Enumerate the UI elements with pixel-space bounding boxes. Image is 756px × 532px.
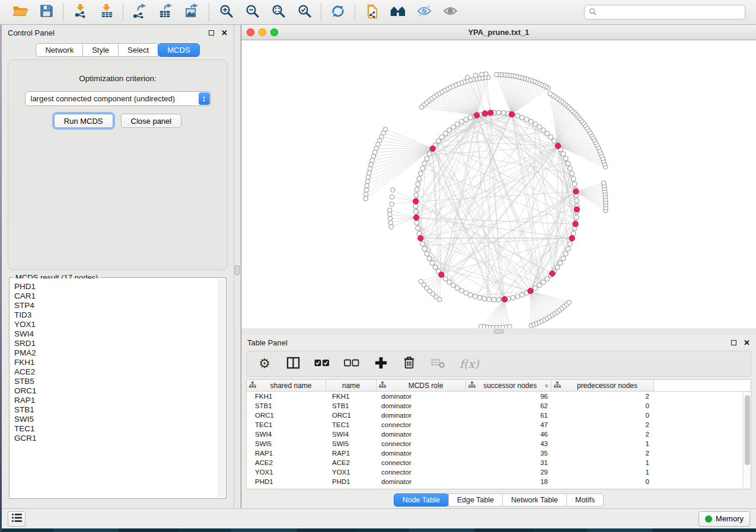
result-list-item[interactable]: STB5 (14, 377, 218, 386)
graph-node[interactable] (548, 134, 553, 139)
column-display-button[interactable] (286, 356, 300, 371)
horizontal-splitter[interactable] (241, 328, 756, 335)
graph-node[interactable] (494, 72, 499, 77)
graph-node[interactable] (414, 220, 419, 225)
result-list-item[interactable]: PMA2 (14, 348, 218, 358)
graph-node[interactable] (533, 122, 538, 127)
criterion-select[interactable]: largest connected component (undirected)… (25, 91, 211, 106)
graph-node[interactable] (569, 171, 574, 176)
graph-node[interactable] (388, 220, 393, 225)
tab-style[interactable]: Style (82, 43, 119, 57)
graph-node[interactable] (430, 261, 435, 265)
import-table-button[interactable] (98, 4, 114, 21)
graph-node[interactable] (417, 177, 422, 181)
tab-node-table[interactable]: Node Table (394, 493, 449, 507)
graph-node[interactable] (477, 296, 482, 300)
graph-node[interactable] (473, 73, 478, 78)
table-scrollbar[interactable] (743, 392, 751, 489)
result-list-item[interactable]: CAR1 (14, 291, 218, 301)
result-list-item[interactable]: GCR1 (14, 434, 218, 443)
graph-node[interactable] (365, 184, 369, 188)
graph-node[interactable] (563, 251, 568, 256)
result-list-scrollbar[interactable] (218, 278, 225, 498)
graph-node[interactable] (365, 179, 370, 184)
graph-node[interactable] (537, 283, 542, 288)
result-list-item[interactable]: SWI5 (14, 415, 218, 424)
graph-node[interactable] (413, 204, 418, 209)
graph-node[interactable] (567, 300, 572, 305)
close-table-panel-icon[interactable]: ✕ (744, 339, 750, 347)
graph-node[interactable] (574, 215, 579, 220)
graph-node[interactable] (567, 166, 572, 171)
table-row[interactable]: RAP1RAP1dominator352 (247, 448, 743, 458)
export-table-button[interactable] (158, 4, 174, 21)
graph-hub-node[interactable] (413, 198, 419, 204)
delete-column-button[interactable] (402, 356, 416, 371)
result-list-item[interactable]: ACE2 (14, 367, 218, 377)
deselect-all-button[interactable] (344, 356, 359, 371)
graph-node[interactable] (464, 290, 468, 295)
result-list-item[interactable]: STB1 (14, 405, 218, 415)
table-row[interactable]: SWI4SWI4dominator462 (247, 430, 743, 439)
graph-node[interactable] (468, 115, 473, 120)
graph-node[interactable] (427, 152, 432, 156)
table-row[interactable]: SWI5SWI5connector431 (247, 439, 743, 448)
graph-node[interactable] (391, 188, 395, 193)
sort-desc-icon[interactable]: ∨ (544, 383, 548, 389)
tab-motifs[interactable]: Motifs (566, 493, 604, 507)
graph-node[interactable] (416, 226, 420, 230)
result-list-item[interactable]: RAP1 (14, 396, 218, 405)
graph-node[interactable] (552, 139, 557, 143)
graph-node[interactable] (455, 286, 460, 290)
graph-node[interactable] (541, 128, 546, 133)
graph-node[interactable] (390, 202, 394, 207)
column-header-name[interactable]: name (326, 380, 377, 392)
float-panel-icon[interactable] (209, 30, 214, 36)
open-session-button[interactable] (12, 4, 28, 21)
graph-node[interactable] (389, 225, 394, 229)
graph-node[interactable] (473, 294, 477, 299)
graph-node[interactable] (419, 105, 424, 110)
open-network-file-button[interactable] (363, 4, 380, 21)
result-list-item[interactable]: TEC1 (14, 424, 218, 434)
graph-node[interactable] (439, 134, 444, 139)
graph-node[interactable] (363, 196, 368, 201)
graph-hub-node[interactable] (488, 110, 493, 116)
graph-node[interactable] (567, 242, 572, 246)
graph-node[interactable] (487, 297, 492, 302)
result-list-item[interactable]: STP4 (14, 301, 218, 310)
graph-hub-node[interactable] (573, 222, 578, 227)
graph-node[interactable] (520, 115, 525, 120)
graph-node[interactable] (468, 293, 473, 297)
export-image-button[interactable] (184, 4, 200, 21)
tab-edge-table[interactable]: Edge Table (448, 493, 503, 507)
graph-node[interactable] (501, 111, 506, 116)
horizontal-splitter-handle-icon[interactable] (494, 329, 503, 334)
graph-hub-node[interactable] (573, 189, 579, 194)
panel-splitter[interactable] (234, 25, 241, 508)
save-session-button[interactable] (38, 4, 55, 21)
graph-node[interactable] (425, 156, 429, 161)
run-mcds-button[interactable]: Run MCDS (54, 114, 113, 128)
tab-network[interactable]: Network (36, 43, 83, 57)
column-header-shared-name[interactable]: shared name (247, 380, 326, 392)
graph-node[interactable] (447, 128, 452, 133)
graph-node[interactable] (388, 212, 393, 217)
graph-node[interactable] (601, 181, 606, 185)
graph-node[interactable] (451, 283, 455, 288)
graph-node[interactable] (561, 256, 566, 261)
graph-node[interactable] (496, 297, 501, 302)
memory-button[interactable]: Memory (698, 511, 750, 527)
graph-node[interactable] (451, 124, 455, 129)
graph-node[interactable] (438, 297, 442, 302)
refresh-view-button[interactable] (330, 4, 346, 21)
graph-node[interactable] (413, 209, 418, 214)
graph-node[interactable] (464, 117, 468, 122)
graph-node[interactable] (571, 231, 576, 236)
tab-network-table[interactable]: Network Table (502, 493, 567, 507)
graph-hub-node[interactable] (528, 289, 533, 294)
table-row[interactable]: STB1STB1dominator620 (247, 401, 743, 411)
import-network-button[interactable] (72, 4, 88, 21)
first-neighbors-button[interactable] (390, 4, 406, 21)
graph-hub-node[interactable] (502, 297, 508, 302)
